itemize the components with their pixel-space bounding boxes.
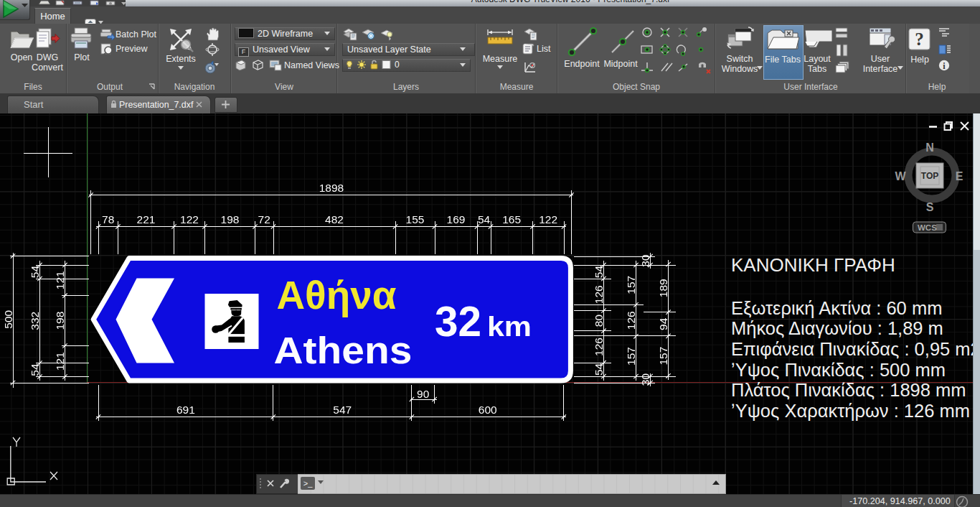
- svg-text:ʼΥψος Πινακίδας : 500 mm: ʼΥψος Πινακίδας : 500 mm: [731, 360, 946, 380]
- svg-text:94: 94: [657, 317, 669, 330]
- svg-text:km: km: [487, 311, 532, 342]
- svg-text:54: 54: [478, 213, 491, 225]
- svg-text:482: 482: [325, 213, 344, 225]
- svg-text:?: ?: [915, 29, 924, 49]
- svg-text:ʼΥψος Χαρακτήρων : 126 mm: ʼΥψος Χαρακτήρων : 126 mm: [731, 401, 970, 421]
- svg-text:155: 155: [406, 213, 425, 225]
- svg-text:Εξωτερική Ακτίνα : 60 mm: Εξωτερική Ακτίνα : 60 mm: [731, 298, 942, 318]
- svg-text:30: 30: [639, 254, 651, 267]
- svg-text:WCS: WCS: [918, 223, 937, 232]
- svg-text:169: 169: [447, 213, 466, 225]
- svg-text:30: 30: [639, 373, 651, 386]
- svg-text:Πλάτος Πινακίδας : 1898 mm: Πλάτος Πινακίδας : 1898 mm: [731, 380, 966, 400]
- svg-text:157: 157: [657, 347, 669, 366]
- svg-text:157: 157: [625, 276, 637, 294]
- svg-text:121: 121: [54, 352, 66, 371]
- svg-text:Αθήνα: Αθήνα: [277, 272, 397, 317]
- svg-text:600: 600: [479, 404, 497, 416]
- svg-text:ΚΑΝΟΝΙΚΗ ΓΡΑΦΗ: ΚΑΝΟΝΙΚΗ ΓΡΑΦΗ: [731, 254, 895, 276]
- svg-text:122: 122: [539, 213, 557, 225]
- svg-text:54: 54: [29, 266, 41, 279]
- svg-text:1898: 1898: [319, 182, 344, 194]
- svg-text:80: 80: [593, 315, 605, 327]
- svg-text:121: 121: [54, 271, 66, 289]
- svg-text:W: W: [895, 170, 906, 182]
- svg-text:E: E: [956, 170, 963, 182]
- svg-text:S: S: [926, 201, 934, 213]
- svg-text:165: 165: [502, 213, 521, 225]
- svg-text:157: 157: [625, 347, 637, 366]
- svg-text:126: 126: [625, 311, 637, 330]
- svg-text:126: 126: [593, 338, 605, 356]
- svg-text:78: 78: [102, 213, 114, 225]
- svg-text:N: N: [925, 141, 934, 154]
- svg-text:54: 54: [593, 363, 605, 376]
- svg-text:Μήκος Διαγωνίου : 1,89 m: Μήκος Διαγωνίου : 1,89 m: [731, 318, 943, 338]
- svg-text:189: 189: [657, 279, 669, 297]
- svg-text:32: 32: [435, 298, 481, 345]
- svg-text:691: 691: [176, 404, 195, 416]
- svg-text:72: 72: [258, 213, 270, 225]
- svg-text:90: 90: [417, 388, 430, 400]
- svg-text:547: 547: [333, 404, 352, 416]
- svg-text:0: 0: [395, 60, 400, 70]
- svg-text:54: 54: [29, 363, 41, 376]
- svg-text:122: 122: [180, 213, 199, 225]
- svg-text:Athens: Athens: [274, 330, 413, 371]
- svg-text:221: 221: [137, 213, 156, 225]
- svg-text:54: 54: [593, 266, 605, 279]
- svg-text:Επιφάνεια Πινακίδας : 0,95 m2: Επιφάνεια Πινακίδας : 0,95 m2: [731, 339, 980, 359]
- svg-text:126: 126: [593, 285, 605, 304]
- svg-text:198: 198: [54, 312, 66, 330]
- svg-text:TOP: TOP: [921, 171, 938, 181]
- svg-text:198: 198: [221, 213, 240, 225]
- svg-text:500: 500: [2, 310, 14, 328]
- svg-text:332: 332: [29, 312, 41, 330]
